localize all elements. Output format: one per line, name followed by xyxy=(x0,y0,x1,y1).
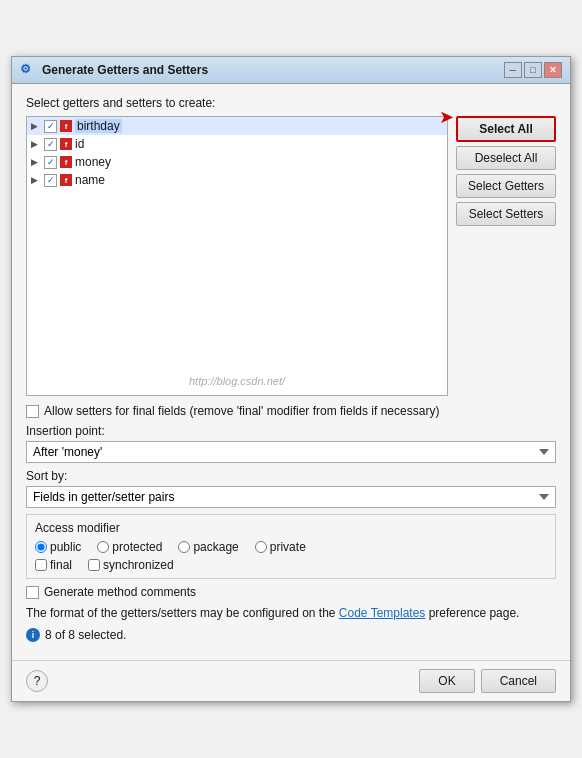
dialog-title: Generate Getters and Setters xyxy=(42,63,208,77)
field-icon-name: f xyxy=(60,174,72,186)
radio-private-label: private xyxy=(270,540,306,554)
status-text: 8 of 8 selected. xyxy=(45,628,126,642)
radio-protected-input[interactable] xyxy=(97,541,109,553)
radio-protected[interactable]: protected xyxy=(97,540,162,554)
generate-comments-row: Generate method comments xyxy=(26,585,556,599)
footer-right: OK Cancel xyxy=(419,669,556,693)
radio-package[interactable]: package xyxy=(178,540,238,554)
final-checkbox[interactable] xyxy=(35,559,47,571)
status-row: i 8 of 8 selected. xyxy=(26,628,556,642)
sort-by-group: Sort by: Fields in getter/setter pairs xyxy=(26,469,556,508)
expand-arrow-money[interactable]: ▶ xyxy=(31,157,41,167)
insertion-point-dropdown[interactable]: After 'money' xyxy=(26,441,556,463)
radio-public-input[interactable] xyxy=(35,541,47,553)
item-label-name: name xyxy=(75,173,105,187)
tree-item-name[interactable]: ▶ f name xyxy=(27,171,447,189)
generate-comments-checkbox[interactable] xyxy=(26,586,39,599)
item-label-money: money xyxy=(75,155,111,169)
main-area: ▶ f birthday ▶ f id ▶ f money xyxy=(26,116,556,396)
expand-arrow-birthday[interactable]: ▶ xyxy=(31,121,41,131)
allow-setters-label: Allow setters for final fields (remove '… xyxy=(44,404,439,418)
checkbox-id[interactable] xyxy=(44,138,57,151)
allow-setters-checkbox[interactable] xyxy=(26,405,39,418)
field-icon-birthday: f xyxy=(60,120,72,132)
checkbox-money[interactable] xyxy=(44,156,57,169)
check-row: final synchronized xyxy=(35,558,547,572)
access-modifier-title: Access modifier xyxy=(35,521,547,535)
maximize-button[interactable]: □ xyxy=(524,62,542,78)
main-dialog: ⚙ Generate Getters and Setters ─ □ ✕ Sel… xyxy=(11,56,571,702)
radio-private-input[interactable] xyxy=(255,541,267,553)
tree-panel[interactable]: ▶ f birthday ▶ f id ▶ f money xyxy=(26,116,448,396)
check-synchronized[interactable]: synchronized xyxy=(88,558,174,572)
select-getters-button[interactable]: Select Getters xyxy=(456,174,556,198)
dialog-content: Select getters and setters to create: ▶ … xyxy=(12,84,570,660)
checkbox-birthday[interactable] xyxy=(44,120,57,133)
select-setters-button[interactable]: Select Setters xyxy=(456,202,556,226)
expand-arrow-id[interactable]: ▶ xyxy=(31,139,41,149)
allow-setters-row: Allow setters for final fields (remove '… xyxy=(26,404,556,418)
radio-private[interactable]: private xyxy=(255,540,306,554)
tree-item-birthday[interactable]: ▶ f birthday xyxy=(27,117,447,135)
title-bar-left: ⚙ Generate Getters and Setters xyxy=(20,62,208,78)
final-label: final xyxy=(50,558,72,572)
info-text-part1: The format of the getters/setters may be… xyxy=(26,606,336,620)
expand-arrow-name[interactable]: ▶ xyxy=(31,175,41,185)
radio-public-label: public xyxy=(50,540,81,554)
ok-button[interactable]: OK xyxy=(419,669,474,693)
tree-item-money[interactable]: ▶ f money xyxy=(27,153,447,171)
dialog-icon: ⚙ xyxy=(20,62,36,78)
item-label-id: id xyxy=(75,137,84,151)
section-label: Select getters and setters to create: xyxy=(26,96,556,110)
checkbox-name[interactable] xyxy=(44,174,57,187)
select-all-button[interactable]: Select All xyxy=(456,116,556,142)
radio-package-label: package xyxy=(193,540,238,554)
access-modifier-group: Access modifier public protected package… xyxy=(26,514,556,579)
dialog-footer: ? OK Cancel xyxy=(12,660,570,701)
synchronized-checkbox[interactable] xyxy=(88,559,100,571)
sort-by-dropdown[interactable]: Fields in getter/setter pairs xyxy=(26,486,556,508)
item-label-birthday: birthday xyxy=(75,119,122,133)
sort-by-label: Sort by: xyxy=(26,469,556,483)
field-icon-money: f xyxy=(60,156,72,168)
info-text-part2: preference page. xyxy=(429,606,520,620)
insertion-point-label: Insertion point: xyxy=(26,424,556,438)
button-panel: ➤ Select All Deselect All Select Getters… xyxy=(456,116,556,396)
title-controls: ─ □ ✕ xyxy=(504,62,562,78)
close-button[interactable]: ✕ xyxy=(544,62,562,78)
info-icon: i xyxy=(26,628,40,642)
cancel-button[interactable]: Cancel xyxy=(481,669,556,693)
title-bar: ⚙ Generate Getters and Setters ─ □ ✕ xyxy=(12,57,570,84)
generate-comments-label: Generate method comments xyxy=(44,585,196,599)
insertion-point-group: Insertion point: After 'money' xyxy=(26,424,556,463)
code-templates-link[interactable]: Code Templates xyxy=(339,606,426,620)
help-button[interactable]: ? xyxy=(26,670,48,692)
radio-row: public protected package private xyxy=(35,540,547,554)
radio-package-input[interactable] xyxy=(178,541,190,553)
radio-protected-label: protected xyxy=(112,540,162,554)
deselect-all-button[interactable]: Deselect All xyxy=(456,146,556,170)
radio-public[interactable]: public xyxy=(35,540,81,554)
field-icon-id: f xyxy=(60,138,72,150)
synchronized-label: synchronized xyxy=(103,558,174,572)
tree-item-id[interactable]: ▶ f id xyxy=(27,135,447,153)
minimize-button[interactable]: ─ xyxy=(504,62,522,78)
info-text-row: The format of the getters/setters may be… xyxy=(26,605,556,622)
watermark: http://blog.csdn.net/ xyxy=(189,375,285,387)
check-final[interactable]: final xyxy=(35,558,72,572)
